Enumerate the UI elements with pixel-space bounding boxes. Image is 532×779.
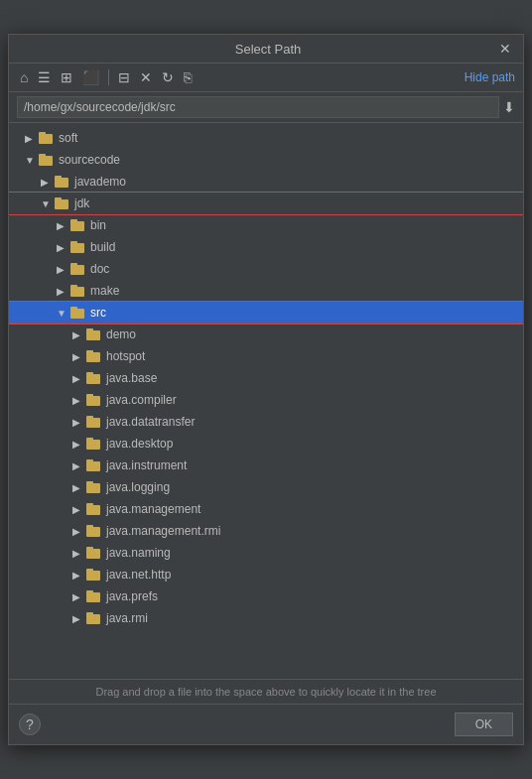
tree-item[interactable]: ▶java.management <box>9 498 523 520</box>
tree-item-label: bin <box>90 218 106 232</box>
hint-text: Drag and drop a file into the space abov… <box>95 686 436 698</box>
tree-item[interactable]: ▶java.desktop <box>9 433 523 454</box>
folder-icon <box>86 459 102 471</box>
tree-item[interactable]: ▶java.net.http <box>9 564 523 585</box>
folder-icon <box>70 285 86 297</box>
tree-item-label: java.naming <box>106 546 171 560</box>
tree-arrow: ▼ <box>57 308 70 319</box>
tree-arrow: ▶ <box>41 177 55 188</box>
folder-icon <box>86 503 102 515</box>
grid-icon[interactable]: ⊞ <box>58 67 75 87</box>
tree-item[interactable]: ▼src <box>9 302 523 324</box>
folder-icon <box>39 154 55 166</box>
tree-arrow: ▶ <box>57 242 70 253</box>
tree-item[interactable]: ▶java.logging <box>9 476 523 498</box>
tree-item[interactable]: ▶javademo <box>9 171 523 193</box>
tree-item-label: build <box>90 240 115 254</box>
folder-icon <box>86 569 102 581</box>
folder-icon <box>86 350 102 362</box>
tree-item[interactable]: ▶java.rmi <box>9 607 523 629</box>
download-icon[interactable]: ⬇ <box>503 99 515 115</box>
tree-arrow: ▶ <box>25 133 39 144</box>
folder-icon <box>86 438 102 450</box>
tree-item-label: java.logging <box>106 480 170 494</box>
tree-arrow: ▶ <box>72 329 86 340</box>
tree-arrow: ▼ <box>25 155 39 166</box>
tree-item-label: java.datatransfer <box>106 415 195 429</box>
tree-arrow: ▶ <box>72 613 86 624</box>
tree-arrow: ▶ <box>72 504 86 515</box>
ok-button[interactable]: OK <box>455 713 513 736</box>
tree-arrow: ▶ <box>72 395 86 406</box>
tree-item-label: doc <box>90 262 109 276</box>
home-icon[interactable]: ⌂ <box>17 67 31 87</box>
tree-arrow: ▶ <box>72 460 86 471</box>
tree-arrow: ▶ <box>72 439 86 450</box>
hint-bar: Drag and drop a file into the space abov… <box>9 679 523 704</box>
tree-arrow: ▶ <box>57 220 70 231</box>
close-button[interactable]: ✕ <box>497 41 513 57</box>
copy-icon[interactable]: ⎘ <box>181 67 195 87</box>
remove-icon[interactable]: ⊟ <box>115 67 133 87</box>
folder-icon <box>86 525 102 537</box>
hide-path-button[interactable]: Hide path <box>465 70 515 84</box>
tree-arrow: ▶ <box>72 482 86 493</box>
toolbar-divider <box>108 69 109 85</box>
folder-icon <box>70 263 86 275</box>
tree-item[interactable]: ▶build <box>9 236 523 258</box>
tree-item[interactable]: ▶java.datatransfer <box>9 411 523 433</box>
tree-arrow: ▶ <box>57 286 70 297</box>
tree-arrow: ▶ <box>72 373 86 384</box>
tree-item-label: make <box>90 284 119 298</box>
tree-item[interactable]: ▶java.naming <box>9 542 523 564</box>
tree-item-label: hotspot <box>106 349 145 363</box>
tree-arrow: ▼ <box>41 198 55 209</box>
tree-item[interactable]: ▶java.compiler <box>9 389 523 411</box>
tree-item[interactable]: ▶java.instrument <box>9 454 523 476</box>
delete-icon[interactable]: ✕ <box>137 67 155 87</box>
tree-item-label: demo <box>106 327 136 341</box>
tree-item-label: java.rmi <box>106 611 148 625</box>
tree-item[interactable]: ▶bin <box>9 214 523 236</box>
tree-item[interactable]: ▶demo <box>9 324 523 345</box>
tree-item-label: java.desktop <box>106 437 173 451</box>
folder-icon <box>70 219 86 231</box>
help-button[interactable]: ? <box>19 714 41 735</box>
tree-item[interactable]: ▶doc <box>9 258 523 280</box>
tree-item[interactable]: ▶java.prefs <box>9 585 523 607</box>
tree-item-label: java.compiler <box>106 393 177 407</box>
tree-item[interactable]: ▶java.base <box>9 367 523 389</box>
tree-arrow: ▶ <box>72 526 86 537</box>
folder-icon <box>86 372 102 384</box>
list-icon[interactable]: ☰ <box>35 67 54 87</box>
tree-item[interactable]: ▶make <box>9 280 523 302</box>
file-tree[interactable]: ▶soft▼sourcecode▶javademo▼jdk▶bin▶build▶… <box>9 123 523 679</box>
bottom-bar: ? OK <box>9 704 523 744</box>
folder-icon <box>39 132 55 144</box>
collapse-icon[interactable]: ⬛ <box>79 67 102 87</box>
refresh-icon[interactable]: ↻ <box>159 67 177 87</box>
tree-item-label: java.management.rmi <box>106 524 220 538</box>
tree-arrow: ▶ <box>72 570 86 581</box>
tree-item[interactable]: ▼jdk <box>9 193 523 214</box>
path-input[interactable] <box>17 96 499 118</box>
tree-item[interactable]: ▼sourcecode <box>9 149 523 171</box>
tree-item[interactable]: ▶hotspot <box>9 345 523 367</box>
folder-icon <box>86 481 102 493</box>
tree-item-label: java.prefs <box>106 589 158 603</box>
tree-arrow: ▶ <box>72 351 86 362</box>
folder-icon <box>86 394 102 406</box>
tree-item-label: java.instrument <box>106 458 187 472</box>
tree-item-label: java.management <box>106 502 200 516</box>
folder-icon <box>86 416 102 428</box>
tree-item[interactable]: ▶java.management.rmi <box>9 520 523 542</box>
title-bar: Select Path ✕ <box>9 35 523 64</box>
folder-icon <box>70 307 86 319</box>
folder-icon <box>86 328 102 340</box>
tree-item[interactable]: ▶soft <box>9 127 523 149</box>
tree-item-label: jdk <box>74 196 89 210</box>
select-path-dialog: Select Path ✕ ⌂ ☰ ⊞ ⬛ ⊟ ✕ ↻ ⎘ Hide path … <box>8 34 524 745</box>
tree-arrow: ▶ <box>72 548 86 559</box>
tree-item-label: javademo <box>74 175 126 189</box>
tree-arrow: ▶ <box>72 591 86 602</box>
